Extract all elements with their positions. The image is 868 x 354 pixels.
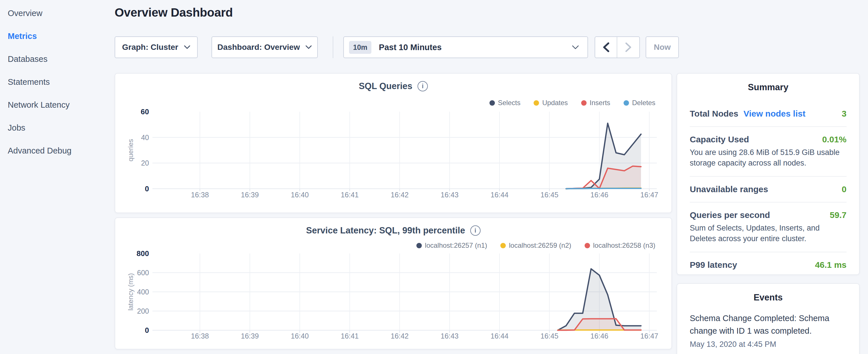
svg-text:400: 400 (137, 288, 149, 296)
sidebar-item-databases[interactable]: Databases (0, 47, 115, 70)
event-timestamp: May 13, 2020 at 4:45 PM (690, 340, 846, 349)
service-latency-chart: 020040060080016:3816:3916:4016:4116:4216… (115, 218, 672, 349)
summary-row-label: P99 latency (690, 260, 737, 270)
svg-text:0: 0 (145, 326, 149, 334)
overview-dashboard-page: OverviewMetricsDatabasesStatementsNetwor… (0, 0, 868, 354)
summary-row: Queries per second59.7Sum of Selects, Up… (690, 202, 846, 252)
summary-row-label: Total Nodes (690, 109, 738, 119)
sidebar-item-overview[interactable]: Overview (0, 2, 115, 25)
svg-text:0: 0 (145, 185, 149, 193)
svg-text:16:47: 16:47 (641, 332, 658, 340)
svg-text:16:39: 16:39 (241, 332, 259, 340)
events-title: Events (677, 292, 859, 303)
summary-panel: Summary Total NodesView nodes list3Capac… (677, 73, 860, 275)
time-step-forward-button[interactable] (617, 37, 639, 58)
summary-row: Unavailable ranges0 (690, 176, 846, 202)
svg-text:queries: queries (127, 139, 134, 162)
svg-text:latency (ms): latency (ms) (127, 273, 134, 311)
svg-text:16:46: 16:46 (590, 191, 608, 199)
svg-text:200: 200 (137, 307, 149, 315)
dashboard-dropdown[interactable]: Dashboard: Overview (212, 36, 318, 58)
svg-text:16:42: 16:42 (391, 191, 409, 199)
summary-title: Summary (677, 82, 859, 93)
now-button[interactable]: Now (646, 36, 679, 58)
svg-text:16:40: 16:40 (291, 332, 309, 340)
chevron-right-icon (625, 42, 631, 52)
dashboard-dropdown-label: Dashboard: Overview (217, 43, 300, 52)
svg-text:40: 40 (141, 133, 149, 141)
chevron-down-icon (572, 45, 579, 50)
view-nodes-list-link[interactable]: View nodes list (743, 109, 805, 119)
svg-text:20: 20 (141, 159, 149, 167)
event-item[interactable]: Schema Change Completed: Schema change w… (690, 312, 846, 349)
time-window-label: Past 10 Minutes (379, 43, 442, 52)
sidebar-nav: OverviewMetricsDatabasesStatementsNetwor… (0, 2, 115, 162)
svg-text:800: 800 (137, 249, 149, 258)
svg-text:16:44: 16:44 (491, 191, 509, 199)
time-window-dropdown[interactable]: 10m Past 10 Minutes (343, 36, 588, 58)
summary-row-value: 0.01% (822, 135, 846, 144)
svg-text:16:38: 16:38 (191, 332, 209, 340)
chevron-left-icon (603, 42, 609, 52)
svg-text:16:42: 16:42 (391, 332, 409, 340)
summary-row-label: Unavailable ranges (690, 185, 768, 194)
graph-scope-dropdown[interactable]: Graph: Cluster (115, 36, 198, 58)
time-step-back-button[interactable] (595, 37, 617, 58)
svg-text:16:41: 16:41 (341, 191, 359, 199)
svg-text:60: 60 (141, 107, 149, 116)
sidebar-item-statements[interactable]: Statements (0, 70, 115, 93)
sidebar-item-metrics[interactable]: Metrics (0, 25, 115, 47)
summary-row-value: 59.7 (830, 210, 846, 220)
event-message: Schema Change Completed: Schema change w… (690, 312, 846, 337)
chevron-down-icon (184, 45, 190, 49)
sql-queries-chart: 020406016:3816:3916:4016:4116:4216:4316:… (115, 74, 672, 213)
svg-text:16:44: 16:44 (491, 332, 509, 340)
sql-queries-chart-card: SQL Queries i SelectsUpdatesInsertsDelet… (115, 73, 672, 213)
header-divider (333, 36, 333, 58)
svg-text:16:45: 16:45 (540, 191, 559, 199)
time-window-badge: 10m (349, 41, 371, 54)
svg-text:16:46: 16:46 (590, 332, 608, 340)
svg-text:16:43: 16:43 (441, 191, 459, 199)
svg-text:16:38: 16:38 (191, 191, 209, 199)
svg-text:16:45: 16:45 (540, 332, 559, 340)
summary-row: Capacity Used0.01%You are using 28.6 MiB… (690, 126, 846, 176)
svg-text:16:43: 16:43 (441, 332, 459, 340)
sidebar-item-advanced-debug[interactable]: Advanced Debug (0, 139, 115, 162)
svg-text:16:39: 16:39 (241, 191, 259, 199)
svg-text:16:40: 16:40 (291, 191, 309, 199)
sidebar-item-network-latency[interactable]: Network Latency (0, 93, 115, 116)
summary-row-subtext: Sum of Selects, Updates, Inserts, and De… (690, 223, 846, 244)
summary-row-label: Capacity Used (690, 135, 749, 144)
svg-text:16:41: 16:41 (341, 332, 359, 340)
page-title: Overview Dashboard (115, 6, 233, 20)
time-step-buttons (595, 36, 640, 58)
events-panel: Events Schema Change Completed: Schema c… (677, 283, 860, 354)
graph-scope-dropdown-label: Graph: Cluster (122, 43, 178, 52)
chevron-down-icon (306, 45, 312, 49)
summary-row: Total NodesView nodes list3 (690, 101, 846, 126)
svg-text:16:47: 16:47 (641, 191, 658, 199)
service-latency-chart-card: Service Latency: SQL, 99th percentile i … (115, 217, 672, 349)
summary-row-value: 3 (842, 109, 846, 119)
summary-row: P99 latency46.1 ms (690, 252, 846, 278)
summary-rows: Total NodesView nodes list3Capacity Used… (677, 101, 859, 278)
events-list: Schema Change Completed: Schema change w… (677, 312, 859, 349)
sidebar-item-jobs[interactable]: Jobs (0, 116, 115, 139)
svg-text:600: 600 (137, 269, 149, 277)
summary-row-value: 0 (842, 185, 846, 194)
summary-row-value: 46.1 ms (815, 260, 846, 270)
summary-row-label: Queries per second (690, 210, 770, 220)
summary-row-subtext: You are using 28.6 MiB of 515.9 GiB usab… (690, 147, 846, 168)
